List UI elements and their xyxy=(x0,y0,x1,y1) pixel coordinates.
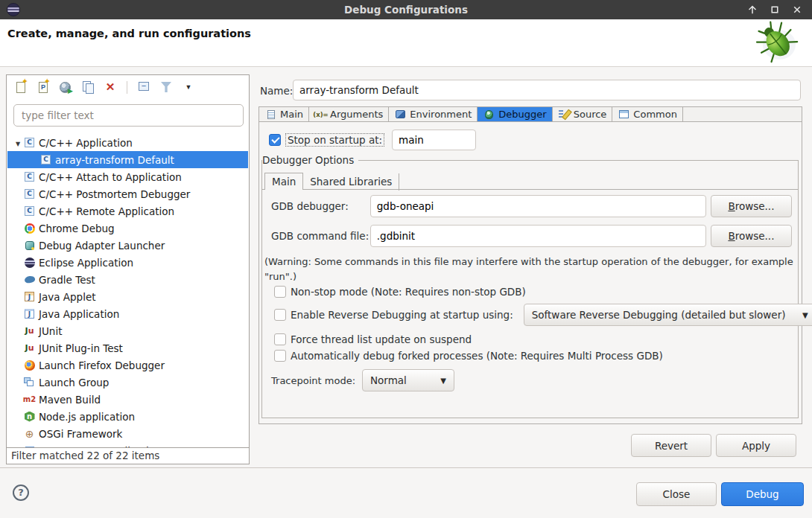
force-thread-list-update-label: Force thread list update on suspend xyxy=(291,333,472,345)
close-window-button[interactable] xyxy=(788,1,806,18)
tree-item[interactable]: Eclipse Application xyxy=(7,254,248,271)
stop-on-startup-input[interactable] xyxy=(392,130,476,150)
tab-debugger[interactable]: Debugger xyxy=(478,107,552,121)
tree-item[interactable]: C/C++ Remote Application xyxy=(7,202,248,220)
tree-item[interactable]: Remote Java Application xyxy=(7,442,248,447)
tracepoint-mode-label: Tracepoint mode: xyxy=(271,375,362,386)
filter-status: Filter matched 22 of 22 items xyxy=(7,447,249,464)
tree-item-label: Gradle Test xyxy=(39,274,95,286)
gdbinit-warning-text: (Warning: Some commands in this file may… xyxy=(264,255,799,284)
filter-input[interactable] xyxy=(13,104,244,127)
cpp-icon xyxy=(24,171,35,182)
configuration-editor: Name: MainArgumentsEnvironmentDebuggerSo… xyxy=(254,74,805,466)
tree-item[interactable]: Debug Adapter Launcher xyxy=(7,237,248,254)
revert-button[interactable]: Revert xyxy=(631,434,711,457)
export-launch-configuration-icon xyxy=(58,80,73,94)
new-prototype-icon xyxy=(36,80,51,94)
main-tab-icon xyxy=(264,109,277,120)
tree-item[interactable]: JUnit Plug-in Test xyxy=(7,339,248,356)
environment-tab-icon xyxy=(394,109,407,120)
non-stop-mode-checkbox[interactable] xyxy=(274,286,286,298)
force-thread-list-update-checkbox[interactable] xyxy=(274,333,286,345)
tree-item-label: Node.js application xyxy=(39,411,135,423)
auto-debug-forked-processes-checkbox[interactable] xyxy=(274,350,286,362)
tracepoint-mode-row: Tracepoint mode: Normal ▼ xyxy=(271,369,454,391)
tab-label: Arguments xyxy=(330,109,383,120)
toolbar-delete-button[interactable] xyxy=(101,78,120,96)
configurations-tree: C/C++ Applicationarray-transform Default… xyxy=(7,134,248,447)
debug-button[interactable]: Debug xyxy=(721,482,804,506)
name-input[interactable] xyxy=(293,80,801,100)
tree-item-label: JUnit Plug-in Test xyxy=(39,342,123,354)
debugger-tab-content: Stop on startup at: Debugger Options Mai… xyxy=(258,121,802,424)
tree-item[interactable]: JUnit xyxy=(7,322,248,339)
toolbar-export-button[interactable] xyxy=(56,78,75,96)
gdb-command-file-input[interactable] xyxy=(370,225,706,247)
tree-item[interactable]: OSGi Framework xyxy=(7,425,248,442)
source-tab-icon xyxy=(558,109,571,120)
chrome-icon xyxy=(24,223,35,234)
tracepoint-mode-select[interactable]: Normal ▼ xyxy=(362,369,454,391)
tree-item[interactable]: C/C++ Postmortem Debugger xyxy=(7,185,248,202)
close-button[interactable]: Close xyxy=(636,482,717,506)
name-label: Name: xyxy=(260,85,293,97)
gdb-command-file-browse-button[interactable]: Browse... xyxy=(711,225,792,247)
toolbar-menu-button[interactable] xyxy=(179,78,198,96)
toolbar-duplicate-button[interactable] xyxy=(78,78,98,96)
gdb-debugger-browse-button[interactable]: Browse... xyxy=(711,195,792,217)
debug-adapter-icon xyxy=(24,240,35,251)
tree-item-label: C/C++ Remote Application xyxy=(39,205,174,217)
stop-on-startup-label: Stop on startup at: xyxy=(285,133,384,147)
toolbar-new-prototype-button[interactable] xyxy=(34,78,53,96)
tree-item[interactable]: array-transform Default xyxy=(7,151,248,168)
titlebar: Debug Configurations xyxy=(0,0,812,19)
tab-common[interactable]: Common xyxy=(612,107,683,121)
tree-item-label: Java Application xyxy=(39,308,119,320)
tab-environment[interactable]: Environment xyxy=(389,107,478,121)
debug-bug-image xyxy=(752,19,802,65)
tab-arguments[interactable]: Arguments xyxy=(309,107,389,121)
tree-item[interactable]: Java Application xyxy=(7,305,248,322)
toolbar-collapse-all-button[interactable] xyxy=(134,78,153,96)
stop-on-startup-checkbox[interactable] xyxy=(269,134,281,146)
debugger-options-tabbar: MainShared Libraries xyxy=(262,173,798,190)
enable-reverse-debugging-label: Enable Reverse Debugging at startup usin… xyxy=(291,309,513,321)
maximize-button[interactable] xyxy=(766,1,784,18)
tree-item[interactable]: Gradle Test xyxy=(7,271,248,288)
expander-icon[interactable] xyxy=(12,137,24,148)
tree-item[interactable]: Maven Build xyxy=(7,391,248,408)
reverse-debugging-type-select[interactable]: Software Reverse Debugging (detailed but… xyxy=(524,304,812,326)
nodejs-icon xyxy=(24,411,35,422)
tab-label: Main xyxy=(280,109,303,120)
tree-item[interactable]: C/C++ Application xyxy=(7,134,248,151)
tree-item[interactable]: C/C++ Attach to Application xyxy=(7,168,248,185)
dialog-header: Create, manage, and run configurations xyxy=(0,19,812,67)
junit-plugin-icon xyxy=(24,342,35,354)
debugger-options-tab-main[interactable]: Main xyxy=(264,173,303,190)
gdb-debugger-input[interactable] xyxy=(370,195,706,217)
maximize-icon xyxy=(768,3,781,16)
auto-debug-forked-processes-row: Automatically debug forked processes (No… xyxy=(274,348,663,363)
toolbar-new-config-button[interactable] xyxy=(11,78,31,96)
help-button[interactable]: ? xyxy=(13,485,29,501)
non-stop-mode-label: Non-stop mode (Note: Requires non-stop G… xyxy=(291,286,526,298)
tab-source[interactable]: Source xyxy=(553,107,613,121)
toolbar-filter-button[interactable] xyxy=(156,78,176,96)
enable-reverse-debugging-checkbox[interactable] xyxy=(274,309,286,321)
filter-funnel-icon xyxy=(159,80,174,94)
non-stop-mode-row: Non-stop mode (Note: Requires non-stop G… xyxy=(274,284,526,299)
tree-item[interactable]: Launch Group xyxy=(7,374,248,391)
java-app-icon xyxy=(24,308,35,319)
new-launch-configuration-icon xyxy=(13,80,28,94)
tree-item[interactable]: Java Applet xyxy=(7,288,248,305)
tree-item[interactable]: Launch Firefox Debugger xyxy=(7,356,248,374)
tree-item-label: C/C++ Attach to Application xyxy=(39,171,182,183)
apply-button[interactable]: Apply xyxy=(716,434,796,457)
tree-item-label: C/C++ Postmortem Debugger xyxy=(39,188,190,200)
keep-above-button[interactable] xyxy=(743,1,761,18)
tree-item[interactable]: Node.js application xyxy=(7,408,248,425)
tree-item[interactable]: Chrome Debug xyxy=(7,220,248,237)
reverse-debugging-type-value: Software Reverse Debugging (detailed but… xyxy=(532,309,786,321)
debugger-options-tab-shared-libraries[interactable]: Shared Libraries xyxy=(303,173,399,191)
tab-main[interactable]: Main xyxy=(259,107,309,121)
